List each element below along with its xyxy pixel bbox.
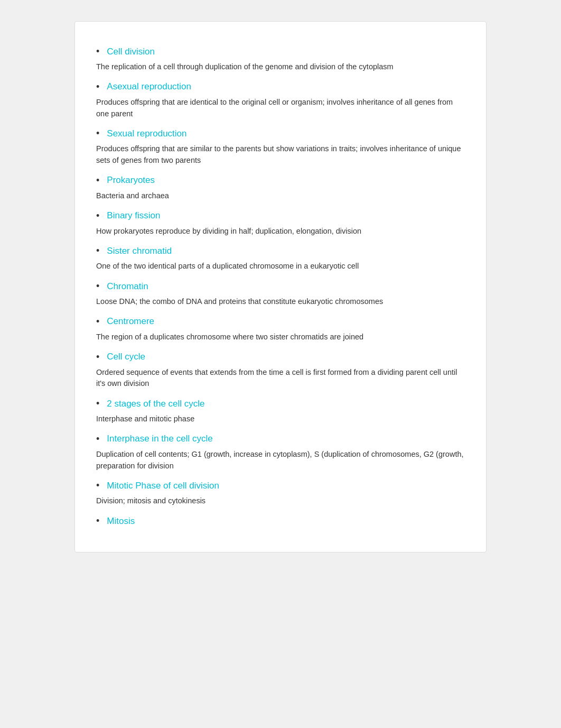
definition-text: Bacteria and archaea <box>96 190 465 202</box>
bullet-point: • <box>96 128 99 139</box>
vocab-item: •ChromatinLoose DNA; the combo of DNA an… <box>96 281 465 308</box>
term-link[interactable]: Centromere <box>107 316 154 327</box>
vocab-item: •Sister chromatidOne of the two identica… <box>96 245 465 272</box>
term-link[interactable]: Chromatin <box>107 281 148 292</box>
term-row: •Cell cycle <box>96 352 465 363</box>
vocab-item: •Asexual reproductionProduces offspring … <box>96 81 465 120</box>
term-row: •Cell division <box>96 46 465 57</box>
term-row: •Sexual reproduction <box>96 128 465 139</box>
bullet-point: • <box>96 352 99 363</box>
term-link[interactable]: 2 stages of the cell cycle <box>107 399 204 409</box>
bullet-point: • <box>96 434 99 445</box>
bullet-point: • <box>96 46 99 57</box>
term-link[interactable]: Binary fission <box>107 210 160 221</box>
vocab-item: •Mitotic Phase of cell divisionDivision;… <box>96 480 465 507</box>
bullet-point: • <box>96 398 99 409</box>
definition-text: Division; mitosis and cytokinesis <box>96 495 465 507</box>
vocab-item: •Mitosis <box>96 515 465 527</box>
bullet-point: • <box>96 316 99 327</box>
term-row: •Interphase in the cell cycle <box>96 434 465 445</box>
definition-text: The replication of a cell through duplic… <box>96 61 465 73</box>
bullet-point: • <box>96 81 99 93</box>
term-row: •Asexual reproduction <box>96 81 465 93</box>
term-row: •Centromere <box>96 316 465 327</box>
vocab-item: •2 stages of the cell cycleInterphase an… <box>96 398 465 425</box>
vocab-item: •Binary fissionHow prokaryotes reproduce… <box>96 210 465 237</box>
term-row: •Prokaryotes <box>96 175 465 186</box>
term-row: •2 stages of the cell cycle <box>96 398 465 409</box>
main-card: •Cell divisionThe replication of a cell … <box>74 21 487 552</box>
definition-text: Ordered sequence of events that extends … <box>96 367 465 390</box>
term-row: •Mitosis <box>96 515 465 527</box>
term-link[interactable]: Mitotic Phase of cell division <box>107 481 219 491</box>
term-link[interactable]: Sister chromatid <box>107 246 172 256</box>
term-row: •Binary fission <box>96 210 465 222</box>
definition-text: The region of a duplicates chromosome wh… <box>96 331 465 343</box>
term-link[interactable]: Prokaryotes <box>107 175 155 186</box>
definition-text: Produces offspring that are identical to… <box>96 97 465 120</box>
term-link[interactable]: Interphase in the cell cycle <box>107 434 212 444</box>
definition-text: Duplication of cell contents; G1 (growth… <box>96 449 465 472</box>
definition-text: Interphase and mitotic phase <box>96 413 465 425</box>
vocab-item: •Cell cycleOrdered sequence of events th… <box>96 352 465 390</box>
vocab-item: •Sexual reproductionProduces offspring t… <box>96 128 465 167</box>
bullet-point: • <box>96 515 99 527</box>
vocab-item: •Interphase in the cell cycleDuplication… <box>96 434 465 472</box>
term-row: •Mitotic Phase of cell division <box>96 480 465 491</box>
definition-text: Produces offspring that are similar to t… <box>96 143 465 167</box>
vocab-item: •CentromereThe region of a duplicates ch… <box>96 316 465 343</box>
definition-text: One of the two identical parts of a dupl… <box>96 261 465 272</box>
term-row: •Chromatin <box>96 281 465 292</box>
definition-text: How prokaryotes reproduce by dividing in… <box>96 226 465 237</box>
bullet-point: • <box>96 245 99 256</box>
term-link[interactable]: Cell cycle <box>107 352 145 362</box>
bullet-point: • <box>96 281 99 292</box>
bullet-point: • <box>96 175 99 186</box>
bullet-point: • <box>96 210 99 222</box>
term-link[interactable]: Sexual reproduction <box>107 128 186 139</box>
term-row: •Sister chromatid <box>96 245 465 256</box>
definition-text: Loose DNA; the combo of DNA and proteins… <box>96 296 465 308</box>
vocab-item: •Cell divisionThe replication of a cell … <box>96 46 465 73</box>
vocab-item: •ProkaryotesBacteria and archaea <box>96 175 465 202</box>
term-link[interactable]: Cell division <box>107 47 155 57</box>
term-link[interactable]: Mitosis <box>107 516 135 527</box>
bullet-point: • <box>96 480 99 491</box>
term-link[interactable]: Asexual reproduction <box>107 81 191 92</box>
